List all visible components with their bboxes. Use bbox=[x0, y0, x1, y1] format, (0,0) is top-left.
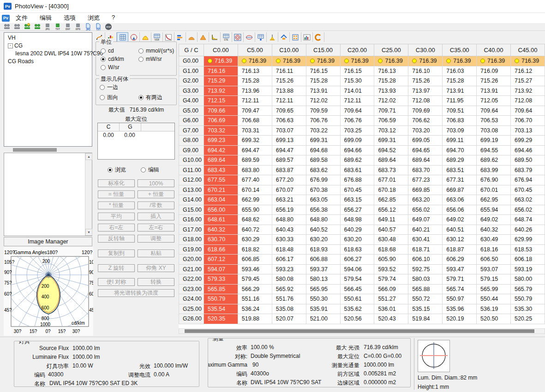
table-cell[interactable]: 703.20 bbox=[408, 125, 443, 136]
command-button-1-0[interactable]: = 恒量 bbox=[98, 190, 135, 198]
table-cell[interactable]: 709.51 bbox=[443, 106, 477, 116]
column-header-1[interactable]: C5.00 bbox=[238, 44, 272, 56]
table-cell[interactable]: 649.02 bbox=[477, 215, 511, 225]
table-cell[interactable]: 606.27 bbox=[340, 255, 374, 265]
table-cell[interactable]: 716.12 bbox=[510, 66, 545, 76]
table-cell[interactable]: 648.74 bbox=[510, 215, 545, 225]
table-cell[interactable]: 713.92 bbox=[204, 86, 238, 96]
table-cell[interactable]: 536.24 bbox=[238, 304, 272, 314]
tree-hscrollbar-thumb[interactable] bbox=[13, 148, 57, 152]
table-cell[interactable]: 712.11 bbox=[340, 96, 374, 106]
table-cell[interactable]: 536.01 bbox=[374, 304, 408, 314]
table-cell[interactable]: 648.61 bbox=[204, 215, 238, 225]
table-cell[interactable]: 656.02 bbox=[408, 205, 443, 215]
table-cell[interactable]: 713.92 bbox=[510, 86, 545, 96]
table-cell[interactable]: 630.20 bbox=[306, 235, 340, 245]
table-cell[interactable]: 709.59 bbox=[306, 106, 340, 116]
document-icon[interactable]: Pv bbox=[2, 15, 10, 22]
matrix-view-icon[interactable] bbox=[290, 32, 301, 42]
table-cell[interactable]: 550.72 bbox=[408, 294, 443, 304]
row-header[interactable]: G16.00 bbox=[179, 215, 204, 225]
table-cell[interactable]: 694.47 bbox=[272, 145, 306, 155]
unit-radio-2[interactable]: W/sr bbox=[101, 64, 120, 71]
table-cell[interactable]: 677.01 bbox=[374, 175, 408, 185]
table-cell[interactable]: 579.33 bbox=[204, 274, 238, 285]
row-header[interactable]: G5.00 bbox=[179, 106, 204, 116]
table-cell[interactable]: 618.71 bbox=[408, 244, 443, 255]
table-cell[interactable]: 520.56 bbox=[340, 314, 374, 324]
max-table-header-c[interactable]: C bbox=[98, 123, 120, 131]
cone-diagram-icon[interactable] bbox=[198, 32, 209, 42]
table-cell[interactable]: 520.35 bbox=[204, 314, 238, 324]
table-cell[interactable]: 706.59 bbox=[374, 116, 408, 126]
command-button-6-1[interactable]: 粘贴 bbox=[138, 249, 174, 257]
table-cell[interactable]: 683.61 bbox=[340, 165, 374, 175]
column-header-0[interactable]: C0.00 bbox=[204, 44, 238, 56]
table-cell[interactable]: 709.47 bbox=[238, 106, 272, 116]
table-cell[interactable]: 716.39 bbox=[443, 56, 477, 66]
export-eps-icon[interactable]: EPS bbox=[73, 23, 82, 30]
table-cell[interactable]: 677.23 bbox=[408, 175, 443, 185]
table-cell[interactable]: 694.47 bbox=[238, 145, 272, 155]
table-cell[interactable]: 663.02 bbox=[510, 195, 545, 205]
radio-icon[interactable] bbox=[100, 95, 105, 100]
menu-item-1[interactable]: 编辑 bbox=[34, 13, 58, 24]
table-cell[interactable]: 607.12 bbox=[204, 255, 238, 265]
table-cell[interactable]: 520.43 bbox=[374, 314, 408, 324]
table-cell[interactable]: 656.06 bbox=[443, 205, 477, 215]
row-header[interactable]: G13.00 bbox=[179, 185, 204, 195]
row-header[interactable]: G1.00 bbox=[179, 66, 204, 76]
table-cell[interactable]: 606.50 bbox=[477, 255, 511, 265]
stop-icon[interactable]: STOP bbox=[104, 23, 113, 30]
table-cell[interactable]: 663.20 bbox=[408, 195, 443, 205]
row-header[interactable]: G11.00 bbox=[179, 165, 204, 175]
radio-icon[interactable] bbox=[100, 85, 105, 90]
table-cell[interactable]: 715.28 bbox=[374, 76, 408, 86]
table-cell[interactable]: 630.70 bbox=[204, 235, 238, 245]
row-header[interactable]: G19.00 bbox=[179, 244, 204, 255]
table-cell[interactable]: 655.94 bbox=[477, 205, 511, 215]
table-cell[interactable]: 716.39 bbox=[272, 56, 306, 66]
table-cell[interactable]: 550.97 bbox=[443, 294, 477, 304]
goniometer-gray-2-icon[interactable] bbox=[12, 23, 21, 30]
table-cell[interactable]: 618.63 bbox=[340, 244, 374, 255]
table-cell[interactable]: 677.55 bbox=[204, 175, 238, 185]
table-cell[interactable]: 683.99 bbox=[477, 165, 511, 175]
table-cell[interactable]: 715.26 bbox=[477, 76, 511, 86]
table-cell[interactable]: 593.07 bbox=[477, 264, 511, 274]
table-cell[interactable]: 712.15 bbox=[204, 96, 238, 106]
table-cell[interactable]: 630.12 bbox=[443, 235, 477, 245]
table-cell[interactable]: 689.62 bbox=[340, 155, 374, 166]
tree-item-3[interactable]: CG Roads bbox=[4, 58, 92, 65]
row-header[interactable]: G12.00 bbox=[179, 175, 204, 185]
table-cell[interactable]: 594.07 bbox=[204, 264, 238, 274]
table-cell[interactable]: 593.47 bbox=[443, 264, 477, 274]
table-cell[interactable]: 715.26 bbox=[408, 76, 443, 86]
table-cell[interactable]: 716.39 bbox=[477, 56, 511, 66]
geometry-radio-1[interactable]: 面向 bbox=[100, 94, 118, 101]
indoor-lighting-icon[interactable] bbox=[278, 32, 290, 42]
table-cell[interactable]: 669.85 bbox=[408, 185, 443, 195]
table-cell[interactable]: 712.11 bbox=[238, 96, 272, 106]
table-cell[interactable]: 715.28 bbox=[306, 76, 340, 86]
table-cell[interactable]: 535.62 bbox=[340, 304, 374, 314]
table-cell[interactable]: 535.30 bbox=[510, 304, 545, 314]
table-cell[interactable]: 683.79 bbox=[510, 165, 545, 175]
column-header-2[interactable]: C10.00 bbox=[272, 44, 306, 56]
table-cell[interactable]: 521.00 bbox=[306, 314, 340, 324]
table-cell[interactable]: 565.99 bbox=[477, 284, 511, 294]
table-cell[interactable]: 592.75 bbox=[408, 264, 443, 274]
table-cell[interactable]: 716.39 bbox=[340, 56, 374, 66]
table-cell[interactable]: 579.15 bbox=[477, 274, 511, 285]
radio-icon[interactable] bbox=[101, 65, 106, 70]
unit-radio-0[interactable]: cd bbox=[101, 48, 114, 54]
table-cell[interactable]: 618.53 bbox=[510, 244, 545, 255]
unit-radio-1[interactable]: cd/klm bbox=[101, 56, 124, 62]
table-cell[interactable]: 656.38 bbox=[306, 205, 340, 215]
table-cell[interactable]: 677.20 bbox=[272, 175, 306, 185]
table-cell[interactable]: 550.44 bbox=[477, 294, 511, 304]
isolux-diagram-icon[interactable] bbox=[244, 32, 255, 42]
table-cell[interactable]: 565.79 bbox=[510, 284, 545, 294]
table-cell[interactable]: 618.66 bbox=[204, 244, 238, 255]
unit-radio-4[interactable]: mW/sr bbox=[138, 56, 162, 62]
